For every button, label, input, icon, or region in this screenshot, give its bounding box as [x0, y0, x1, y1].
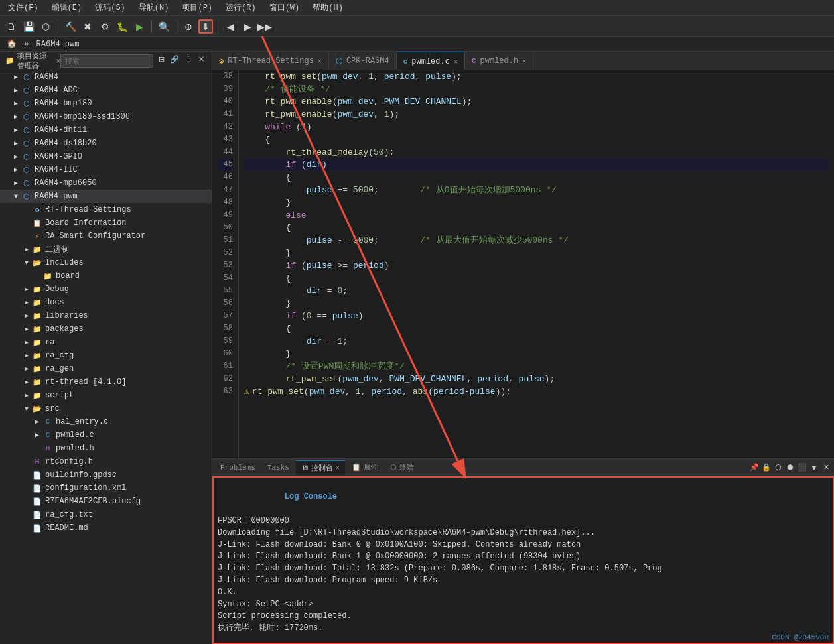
sidebar-item-ra6m4-bmp180[interactable]: ▶ ⬡ RA6M4-bmp180 — [0, 97, 212, 110]
debug-btn[interactable]: 🐛 — [115, 19, 129, 34]
sidebar-item-src[interactable]: ▼ 📂 src — [0, 402, 212, 415]
sidebar-item-ra6m4-gpio[interactable]: ▶ ⬡ RA6M4-GPIO — [0, 150, 212, 163]
menu-edit[interactable]: 编辑(E) — [49, 1, 85, 15]
sidebar-item-rt-settings[interactable]: ⚙ RT-Thread Settings — [0, 203, 212, 216]
tab-terminal[interactable]: ⬡ 终端 — [385, 460, 419, 475]
sidebar-item-ra6m4-mpu6050[interactable]: ▶ ⬡ RA6M4-mpu6050 — [0, 176, 212, 190]
bottom-toolbar-right: 📌 🔒 ⬡ ⬢ ⬛ ▼ ✕ — [749, 462, 831, 473]
sidebar-menu-btn[interactable]: ⋮ — [182, 54, 193, 65]
code-line-63: ⚠rt_pwm_set(pwm_dev, 1, period, abs(peri… — [244, 385, 829, 398]
sidebar-item-board-info[interactable]: 📋 Board Information — [0, 216, 212, 229]
tab-close-pwmled-h[interactable]: ✕ — [522, 57, 526, 65]
sidebar-item-readme[interactable]: 📄 README.md — [0, 521, 212, 535]
sidebar-item-packages[interactable]: ▶ 📁 packages — [0, 322, 212, 336]
lock-btn[interactable]: 🔒 — [761, 462, 772, 473]
copy-btn[interactable]: ⬡ — [773, 462, 784, 473]
sidebar-item-ra6m4-pwm[interactable]: ▼ ⬡ RA6M4-pwm — [0, 190, 212, 203]
tree-arrow: ▶ — [32, 418, 42, 426]
sidebar-item-docs[interactable]: ▶ 📁 docs — [0, 296, 212, 309]
new-btn[interactable]: 🗋 — [4, 19, 19, 34]
code-line-39: /* 使能设备 */ — [244, 83, 829, 96]
sidebar-link-btn[interactable]: 🔗 — [169, 54, 180, 65]
save-btn[interactable]: 💾 — [21, 19, 36, 34]
menu-navigate[interactable]: 导航(N) — [136, 1, 172, 15]
tab-close-rt-settings[interactable]: ✕ — [318, 57, 322, 65]
sidebar-item-includes[interactable]: ▼ 📂 Includes — [0, 256, 212, 269]
run-btn[interactable]: ▶ — [132, 19, 147, 34]
sidebar-close-btn[interactable]: ✕ — [196, 54, 206, 65]
save-all-btn[interactable]: ⬡ — [38, 19, 53, 34]
sidebar-tree: ▶ ⬡ RA6M4 ▶ ⬡ RA6M4-ADC ▶ ⬡ RA6M4-bmp180 — [0, 70, 212, 644]
menu-project[interactable]: 项目(P) — [179, 1, 215, 15]
tab-tasks[interactable]: Tasks — [262, 460, 295, 475]
tab-close-pwmled-c[interactable]: ✕ — [454, 58, 458, 66]
sidebar-item-hal-entry[interactable]: ▶ C hal_entry.c — [0, 415, 212, 428]
sidebar-item-ra-cfg-txt[interactable]: 📄 ra_cfg.txt — [0, 508, 212, 521]
forward-btn[interactable]: ▶ — [240, 19, 255, 34]
code-content[interactable]: rt_pwm_set(pwm_dev, 1, period, pulse); /… — [239, 70, 834, 458]
sidebar-item-debug[interactable]: ▶ 📁 Debug — [0, 283, 212, 296]
sidebar-item-ra-gen[interactable]: ▶ 📁 ra_gen — [0, 362, 212, 375]
sidebar-search-input[interactable] — [60, 54, 153, 68]
sidebar-item-script[interactable]: ▶ 📁 script — [0, 389, 212, 402]
split-btn[interactable]: ⬢ — [785, 462, 796, 473]
back-btn[interactable]: ◀ — [223, 19, 238, 34]
sidebar-item-pincfg[interactable]: 📄 R7FA6M4AF3CFB.pincfg — [0, 495, 212, 508]
tree-arrow — [21, 498, 32, 505]
sidebar-item-rtconfig[interactable]: H rtconfig.h — [0, 455, 212, 468]
maximize-btn[interactable]: ⬛ — [797, 462, 807, 473]
board-icon: 📋 — [32, 218, 42, 228]
sidebar-item-ra-config[interactable]: ⚡ RA Smart Configurator — [0, 229, 212, 243]
search-btn[interactable]: 🔍 — [157, 19, 171, 34]
menu-run[interactable]: 运行(R) — [223, 1, 259, 15]
sidebar-item-ra6m4-bmp180-ssd1306[interactable]: ▶ ⬡ RA6M4-bmp180-ssd1306 — [0, 110, 212, 123]
props-btn[interactable]: ⚙ — [98, 19, 112, 34]
sidebar-item-rt-thread[interactable]: ▶ 📁 rt-thread [4.1.0] — [0, 375, 212, 389]
tab-pwmled-c[interactable]: c pwmled.c ✕ — [397, 52, 465, 70]
highlighted-btn[interactable]: ⬇ — [198, 19, 213, 34]
console-title: Log Console — [218, 479, 829, 515]
close-sidebar-icon[interactable]: ✕ — [56, 56, 60, 65]
build-btn[interactable]: 🔨 — [63, 19, 78, 34]
home-icon[interactable]: 🏠 — [7, 39, 17, 49]
tab-properties[interactable]: 📋 属性 — [346, 460, 383, 475]
sidebar-item-pwmled-h[interactable]: H pwmled.h — [0, 442, 212, 455]
sidebar-item-binary[interactable]: ▶ 📁 二进制 — [0, 243, 212, 256]
menu-file[interactable]: 文件(F) — [5, 1, 41, 15]
sidebar-item-config-xml[interactable]: 📄 configuration.xml — [0, 482, 212, 495]
tab-c-icon: c — [403, 58, 408, 66]
sidebar-item-ra[interactable]: ▶ 📁 ra — [0, 336, 212, 349]
more-btn[interactable]: ▶▶ — [257, 19, 272, 34]
sidebar-item-buildinfo[interactable]: 📄 buildinfo.gpdsc — [0, 468, 212, 482]
sidebar-item-ra-cfg[interactable]: ▶ 📁 ra_cfg — [0, 349, 212, 362]
minimize-btn[interactable]: ▼ — [809, 462, 819, 473]
sidebar-collapse-btn[interactable]: ⊟ — [156, 54, 167, 65]
menu-source[interactable]: 源码(S) — [92, 1, 128, 15]
sidebar-item-ra6m4-adc[interactable]: ▶ ⬡ RA6M4-ADC — [0, 84, 212, 97]
sidebar-item-ra6m4-ds18b20[interactable]: ▶ ⬡ RA6M4-ds18b20 — [0, 137, 212, 150]
tab-cpk[interactable]: ⬡ CPK-RA6M4 — [329, 52, 397, 70]
sidebar-item-pwmled-c[interactable]: ▶ C pwmled.c — [0, 428, 212, 442]
sidebar-item-board[interactable]: 📁 board — [0, 269, 212, 283]
sidebar-item-ra6m4[interactable]: ▶ ⬡ RA6M4 — [0, 70, 212, 84]
console-line-5: J-Link: Flash download: Program speed: 9… — [218, 574, 829, 586]
tab-close-console[interactable]: ✕ — [336, 464, 340, 472]
close-panel-btn[interactable]: ✕ — [821, 462, 831, 473]
tab-console[interactable]: 🖥 控制台 ✕ — [296, 460, 345, 475]
tab-rt-settings[interactable]: ⚙ RT-Thread Settings ✕ — [212, 52, 329, 70]
tree-arrow — [21, 233, 32, 240]
tab-problems[interactable]: Problems — [215, 460, 261, 475]
console-line-6: O.K. — [218, 586, 829, 598]
tab-pwmled-h[interactable]: C pwmled.h ✕ — [465, 52, 533, 70]
menu-help[interactable]: 帮助(H) — [310, 1, 346, 15]
tree-arrow: ▼ — [21, 259, 32, 267]
breadcrumb-project[interactable]: RA6M4-pwm — [36, 40, 80, 49]
sidebar-item-libraries[interactable]: ▶ 📁 libraries — [0, 309, 212, 322]
code-line-49: else — [244, 209, 829, 222]
sidebar-item-ra6m4-iic[interactable]: ▶ ⬡ RA6M4-IIC — [0, 163, 212, 176]
clean-btn[interactable]: ✖ — [80, 19, 95, 34]
pin-btn[interactable]: 📌 — [749, 462, 760, 473]
ref-btn[interactable]: ⊕ — [181, 19, 196, 34]
sidebar-item-ra6m4-dht11[interactable]: ▶ ⬡ RA6M4-dht11 — [0, 123, 212, 137]
menu-window[interactable]: 窗口(W) — [267, 1, 303, 15]
